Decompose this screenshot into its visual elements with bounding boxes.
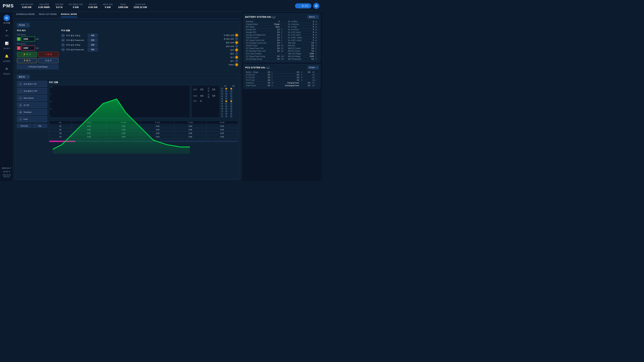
voltage-value: 0.0 xyxy=(212,88,215,91)
pcs-key-5: Power Factor xyxy=(245,84,265,87)
btn-relay-on[interactable]: ● 전체 릴레이 ON xyxy=(17,81,47,87)
shutdown-icon: ⏻ xyxy=(19,110,22,114)
stat-item-7: 연 최대 전력 1335.32 kW xyxy=(134,3,147,8)
pcs-unit2-3: A xyxy=(300,79,304,82)
sidebar-item-analytics[interactable]: 📊 정보분석 xyxy=(0,38,13,51)
btn-fault[interactable]: ⚠ Fault xyxy=(17,116,47,122)
btn-alarm-reset[interactable]: ↺ Alarm Reset xyxy=(17,95,47,101)
pcs-val1-2: 0.0 xyxy=(265,76,271,79)
pc-dot-02 xyxy=(225,90,227,92)
battery-refresh-icon[interactable] xyxy=(272,15,275,18)
bsc-info-selector[interactable]: BSC#1 xyxy=(308,15,318,18)
pcs-info-dropdown[interactable]: PCS#1 xyxy=(308,66,318,69)
tab-peak-cut[interactable]: PEAK CUT MODE xyxy=(39,13,57,17)
stat-label-6: 목표값 xyxy=(120,3,126,6)
pcs-control-title: PCS 제어 xyxy=(17,29,58,32)
pcs-status-icon-2: kW xyxy=(61,38,65,42)
btn-standby[interactable]: ⏸ 대 기 xyxy=(17,58,37,63)
tab-schedule[interactable]: SCHEDULE MODE xyxy=(16,13,35,17)
main-layout: ⊞ 모니터링 ✦ 제어 📊 정보분석 🔔 경보/알람 ⚙ 환경설정 MANUAL… xyxy=(0,12,322,181)
pc-mc-01: 01 xyxy=(221,88,238,90)
pcs-key-4: Frequency xyxy=(245,82,265,84)
pcs-status-name-1: PCS 충전 계측값 xyxy=(66,34,86,37)
dot-online xyxy=(235,63,238,66)
bsc-dropdown[interactable]: BSC#1 xyxy=(17,75,30,79)
bsc-info-panel: SOC 0.0 전압 0.0 SOH 0.0 전류 0.0 xyxy=(191,85,220,118)
pcs-section: PCS#1 PCS 제어 PCS 충전값 ⚡ kW xyxy=(15,21,240,71)
sidebar-bottom: MANUAL ▾ AUTO ▾ 2018.10.1500:50:07 xyxy=(0,165,13,180)
battery-info-title: BATTERY SYSTEM Info xyxy=(245,15,275,18)
bat-unit-l-6: A xyxy=(280,36,286,39)
pc-mc-06: 06 xyxy=(221,100,238,102)
pcs-status-row-1: kW PCS 충전 계측값 000 xyxy=(61,34,211,37)
mc-dot-08 xyxy=(230,105,232,107)
bat-key-r-5: No. of PC closed xyxy=(286,34,308,36)
indicator-full-discharge: 완 방전 상태 xyxy=(213,37,238,40)
bsc-chart: 100 75 50 25 0 xyxy=(49,85,190,118)
y-label-50: 50 xyxy=(50,101,52,102)
charge-input[interactable] xyxy=(22,36,35,41)
btn-charge[interactable]: ⚡ 충 전 xyxy=(17,52,37,57)
pc-header: PC xyxy=(224,85,226,87)
pcs-selector-wrap[interactable]: PCS#1 xyxy=(17,23,30,27)
y-label-75: 75 xyxy=(50,93,52,95)
bsc-info-dropdown[interactable]: BSC#1 xyxy=(308,15,318,18)
discharge-input[interactable] xyxy=(22,45,35,50)
btn-initialize[interactable]: ⇄ 초기화 xyxy=(17,102,47,108)
mc-dot-03 xyxy=(230,93,232,95)
dot-standby xyxy=(235,56,238,59)
indicator-charge: 충전 xyxy=(213,52,238,55)
auto-mode-item[interactable]: AUTO ▾ xyxy=(0,170,13,173)
num-02: 02 xyxy=(221,90,224,92)
bat-unit-r-13: V xyxy=(314,55,318,58)
dots-06 xyxy=(225,100,232,102)
pcs-info-selector[interactable]: PCS#1 xyxy=(308,66,318,69)
bsc-chart-status: BSC 현황 100 75 50 25 0 xyxy=(49,81,238,143)
dots-12 xyxy=(225,115,232,117)
settings-icon: ⚙ xyxy=(4,66,10,72)
tab-manual[interactable]: MANUAL MODE xyxy=(61,13,77,17)
pcs-right-indicators: 만 충전 상태 완 방전 상태 충전 Limit xyxy=(213,29,238,69)
bsc-info-soc: SOC 0.0 전압 0.0 xyxy=(193,87,218,92)
pcs-status-icon-3: kW xyxy=(61,43,65,47)
right-panel: BATTERY SYSTEM Info BSC#1 Heartbeat 0 - … xyxy=(242,12,322,181)
header: PMS 15분 최대 전력 0.00 kW 당일 전력량 0.00 MWh 전체… xyxy=(0,0,322,12)
pcs-val3-4: 0.0 xyxy=(304,82,312,84)
btn-shutdown[interactable]: ⏻ Shutdown xyxy=(17,109,47,115)
bat-val-r-9: 0.0 xyxy=(308,44,314,47)
sidebar-item-settings[interactable]: ⚙ 환경설정 xyxy=(0,64,13,77)
dot-discharge xyxy=(235,49,238,51)
chart-svg xyxy=(53,85,190,154)
bat-val-l-8: 0.0 xyxy=(272,42,280,44)
manual-mode-item[interactable]: MANUAL ▾ xyxy=(0,166,13,170)
indicator-label-standby: 대기 xyxy=(230,56,234,59)
pcs-info-header: PCS SYSTEM Info PCS#1 xyxy=(245,66,318,69)
power-button[interactable]: ⏻ xyxy=(313,3,319,9)
bat-key-l-4: Average SOH xyxy=(245,31,272,34)
btn-running[interactable]: Running xyxy=(17,124,32,128)
btn-discharge[interactable]: ✕ 방 전 xyxy=(38,52,58,57)
btn-fault-reset[interactable]: ↺ PCS#1 Fault Reset xyxy=(17,64,58,69)
bat-key-r-13: MIN Cell Voltage xyxy=(286,55,308,58)
pcs-refresh-icon[interactable] xyxy=(267,66,269,69)
header-stats: 15분 최대 전력 0.00 kW 당일 전력량 0.00 MWh 전체 SOC… xyxy=(21,3,295,8)
pcs-status-title: PCS 현황 xyxy=(61,29,211,32)
battery-system-info: BATTERY SYSTEM Info BSC#1 Heartbeat 0 - … xyxy=(243,13,320,62)
sidebar-item-control[interactable]: ✦ 제어 xyxy=(0,26,13,38)
pcs-dropdown[interactable]: PCS#1 xyxy=(17,23,30,27)
bat-unit-l-5: V xyxy=(280,34,286,36)
btn-slip[interactable]: Slip xyxy=(32,124,47,128)
sidebar-item-monitoring[interactable]: ⊞ 모니터링 xyxy=(0,13,13,26)
bat-val-r-2: 0 xyxy=(308,26,314,28)
pcs-key-0: Battery - Voltage xyxy=(245,71,265,73)
btn-stop[interactable]: ■ 정 지 xyxy=(38,58,58,63)
btn-relay-off[interactable]: ○ 전체 릴레이 OFF xyxy=(17,88,47,94)
bat-val-l-6: 0.0 xyxy=(272,36,280,39)
bsc-selector-wrap[interactable]: BSC#1 xyxy=(17,75,30,79)
login-button[interactable]: 👤 로그인 xyxy=(295,3,311,8)
sidebar-item-alarm[interactable]: 🔔 경보/알람 xyxy=(0,51,13,64)
mc-dot-06 xyxy=(230,100,232,102)
bat-key-r-12: MAX Cell Voltage xyxy=(286,52,308,55)
bat-val-r-3: 0 xyxy=(308,28,314,31)
bottom-tab-6[interactable] xyxy=(212,141,238,142)
